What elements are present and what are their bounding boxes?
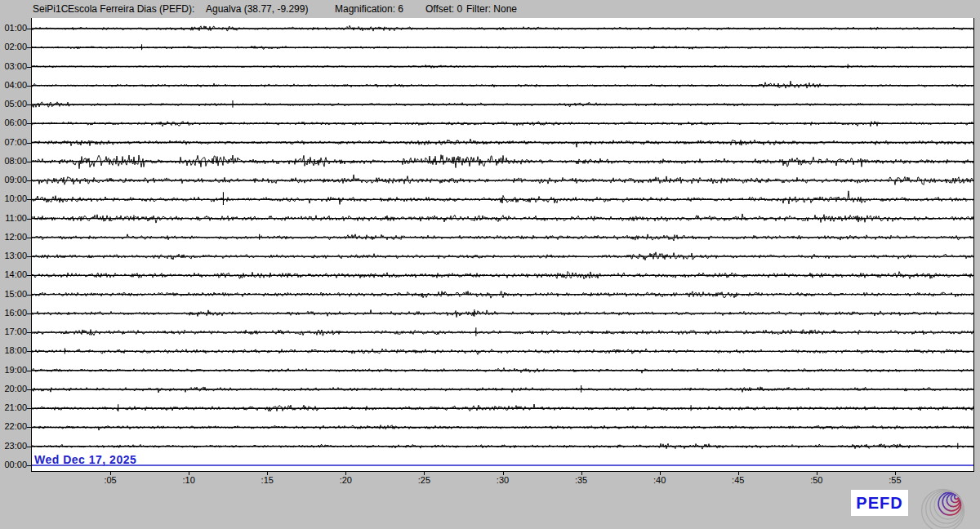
trace-row-15:00[interactable] [32, 291, 973, 299]
hour-tick [27, 67, 32, 68]
station-id-label: SeiPi1C [33, 3, 68, 15]
trace-row-06:00[interactable] [32, 122, 973, 127]
hour-label: 21:00 [0, 402, 27, 413]
minute-label: :10 [171, 475, 207, 485]
trace-row-17:00[interactable] [32, 327, 973, 336]
hour-tick [27, 295, 32, 296]
hour-label: 11:00 [0, 213, 27, 224]
trace-row-05:00[interactable] [32, 100, 973, 108]
station-name-label: Escola Ferreira Dias (PEFD): [68, 3, 194, 15]
hour-tick [27, 389, 32, 390]
minute-label: :15 [249, 475, 285, 485]
offset-label: Offset: 0 [425, 3, 462, 15]
hour-tick [27, 313, 32, 314]
hour-tick [27, 199, 32, 200]
hour-label: 04:00 [0, 80, 27, 91]
date-marker-label: Wed Dec 17, 2025 [34, 453, 136, 466]
trace-row-03:00[interactable] [32, 64, 973, 69]
hour-label: 13:00 [0, 251, 27, 261]
minute-label: :50 [799, 475, 835, 485]
hour-label: 01:00 [0, 23, 27, 33]
trace-row-04:00[interactable] [32, 81, 973, 88]
hour-tick [27, 408, 32, 409]
hour-label: 09:00 [0, 175, 27, 185]
hour-label: 23:00 [0, 441, 27, 451]
trace-row-21:00[interactable] [32, 404, 973, 411]
minute-label: :45 [720, 475, 756, 485]
trace-row-20:00[interactable] [32, 385, 973, 393]
trace-row-18:00[interactable] [32, 348, 973, 354]
trace-row-07:00[interactable] [32, 139, 973, 147]
hour-label: 03:00 [0, 61, 27, 72]
hour-tick [27, 86, 32, 87]
minute-label: :30 [485, 475, 521, 485]
hour-tick [27, 332, 32, 333]
trace-row-19:00[interactable] [32, 368, 973, 374]
trace-row-02:00[interactable] [32, 44, 973, 50]
magnification-label: Magnification: 6 [335, 3, 403, 15]
hour-label: 08:00 [0, 156, 27, 167]
minute-label: :35 [564, 475, 599, 485]
trace-row-01:00[interactable] [32, 25, 973, 31]
hour-label: 12:00 [0, 232, 27, 242]
hour-label: 18:00 [0, 345, 27, 356]
hour-tick [27, 465, 32, 466]
minute-label: :40 [642, 475, 678, 485]
hour-tick [27, 351, 32, 352]
hour-tick [27, 143, 32, 144]
hour-tick [27, 256, 32, 257]
trace-row-23:00[interactable] [32, 443, 973, 449]
helicorder-app-window: { "header": { "station_id": "SeiPi1C", "… [0, 0, 980, 529]
trace-row-14:00[interactable] [32, 272, 973, 279]
minute-label: :05 [92, 475, 128, 485]
hour-tick [27, 104, 32, 105]
hour-label: 20:00 [0, 384, 27, 394]
hour-label: 02:00 [0, 42, 27, 52]
minute-label: :55 [877, 475, 913, 485]
hour-tick [27, 371, 32, 371]
trace-row-16:00[interactable] [32, 309, 973, 318]
hour-label: 10:00 [0, 193, 27, 204]
minute-label: :20 [327, 475, 363, 485]
hour-tick [27, 427, 32, 428]
hour-tick [27, 238, 32, 238]
seismic-spiral-logo-icon [918, 484, 980, 529]
trace-row-13:00[interactable] [32, 252, 973, 260]
trace-row-11:00[interactable] [32, 214, 973, 223]
hour-tick [27, 447, 32, 447]
trace-row-09:00[interactable] [32, 175, 973, 185]
trace-row-08:00[interactable] [32, 155, 973, 169]
hour-tick [27, 219, 32, 220]
station-code-badge: PEFD [851, 490, 908, 516]
hour-label: 07:00 [0, 137, 27, 148]
trace-row-10:00[interactable] [32, 191, 973, 205]
hour-label: 05:00 [0, 99, 27, 109]
minute-label: :25 [406, 475, 442, 485]
filter-label: Filter: None [466, 3, 517, 15]
hour-tick [27, 162, 32, 162]
hour-tick [27, 29, 32, 29]
hour-label: 22:00 [0, 421, 27, 432]
hour-tick [27, 180, 32, 181]
hour-label: 15:00 [0, 289, 27, 300]
hour-label: 16:00 [0, 308, 27, 318]
hour-label: 17:00 [0, 327, 27, 337]
hour-label: 19:00 [0, 365, 27, 376]
location-label: Agualva (38.77, -9.299) [206, 3, 308, 15]
hour-label: 14:00 [0, 269, 27, 280]
hour-tick [27, 275, 32, 276]
trace-row-22:00[interactable] [32, 425, 973, 431]
helicorder-plot-area[interactable] [31, 18, 974, 472]
hour-label: 06:00 [0, 118, 27, 128]
hour-tick [27, 47, 32, 48]
seismogram-traces[interactable] [32, 18, 973, 471]
hour-tick [27, 123, 32, 124]
hour-label: 00:00 [0, 460, 27, 470]
trace-row-12:00[interactable] [32, 234, 973, 241]
